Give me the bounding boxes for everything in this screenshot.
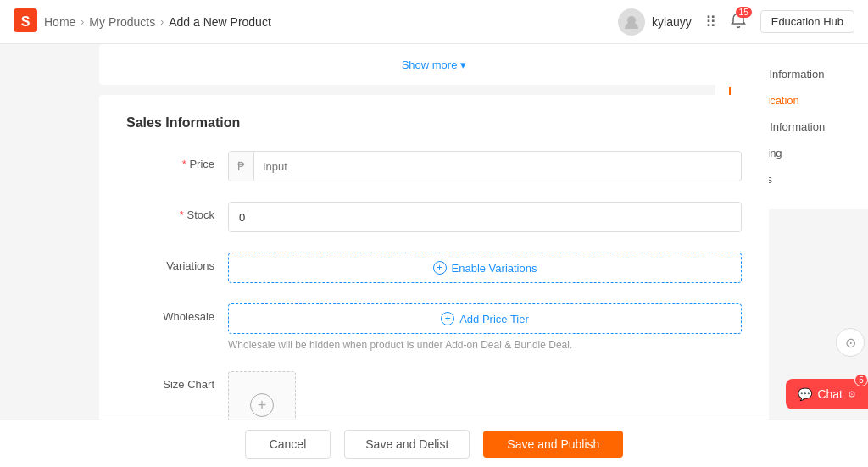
notification-badge: 15 xyxy=(736,7,752,18)
upload-plus-icon: + xyxy=(250,393,274,417)
show-more-link[interactable]: Show more ▾ xyxy=(402,58,467,71)
size-chart-label: Size Chart xyxy=(126,371,228,391)
header: S Home › My Products › Add a New Product… xyxy=(0,0,868,44)
support-icon: ⊙ xyxy=(845,335,856,351)
add-price-tier-button[interactable]: + Add Price Tier xyxy=(228,303,742,334)
notification-bell[interactable]: 15 xyxy=(730,12,747,31)
enable-variations-label: Enable Variations xyxy=(452,262,537,275)
avatar xyxy=(618,8,645,36)
grid-icon[interactable]: ⠿ xyxy=(705,13,716,31)
sales-info-title: Sales Information xyxy=(126,115,742,131)
breadcrumb-sep-2: › xyxy=(160,16,164,28)
stock-row: Stock xyxy=(126,202,742,232)
breadcrumb-products[interactable]: My Products xyxy=(89,15,155,29)
show-more-label: Show more xyxy=(402,58,458,71)
variations-row: Variations + Enable Variations xyxy=(126,253,742,283)
price-input[interactable] xyxy=(254,160,741,173)
breadcrumb-home[interactable]: Home xyxy=(44,15,75,29)
variations-label: Variations xyxy=(126,253,228,272)
price-row: Price ₱ xyxy=(126,151,742,181)
wholesale-row: Wholesale + Add Price Tier Wholesale wil… xyxy=(126,303,742,351)
header-right: kylauyy ⠿ 15 Education Hub xyxy=(618,8,854,36)
chat-badge: 5 xyxy=(854,374,868,386)
price-input-container: ₱ xyxy=(228,151,742,181)
user-info: kylauyy xyxy=(618,8,692,36)
breadcrumb-sep-1: › xyxy=(81,16,84,28)
chat-icon: 💬 xyxy=(798,387,812,401)
enable-variations-button[interactable]: + Enable Variations xyxy=(228,253,742,283)
chevron-down-icon: ▾ xyxy=(460,58,466,71)
add-price-tier-label: Add Price Tier xyxy=(459,313,529,325)
price-prefix: ₱ xyxy=(229,152,254,181)
stock-input-wrap xyxy=(228,202,742,232)
shopee-logo: S xyxy=(14,8,37,35)
cancel-button[interactable]: Cancel xyxy=(245,430,331,459)
plus-circle-icon: + xyxy=(433,261,447,275)
wholesale-control: + Add Price Tier Wholesale will be hidde… xyxy=(228,303,742,351)
sales-info-card: Sales Information Price ₱ Stock xyxy=(99,95,769,467)
price-label: Price xyxy=(126,151,228,170)
stock-label: Stock xyxy=(126,202,228,221)
plus-circle-icon-2: + xyxy=(441,312,454,325)
support-button[interactable]: ⊙ xyxy=(836,328,865,357)
show-more-bar: Show more ▾ xyxy=(99,44,769,85)
education-hub-button[interactable]: Education Hub xyxy=(760,10,854,33)
breadcrumb: Home › My Products › Add a New Product xyxy=(44,15,618,29)
chat-label: Chat xyxy=(817,387,843,401)
stock-input[interactable] xyxy=(228,202,742,232)
variations-control: + Enable Variations xyxy=(228,253,742,283)
save-delist-button[interactable]: Save and Delist xyxy=(344,430,470,459)
wholesale-hint: Wholesale will be hidden when product is… xyxy=(228,339,742,351)
footer-bar: Cancel Save and Delist Save and Publish xyxy=(0,420,868,467)
svg-text:S: S xyxy=(21,14,31,29)
breadcrumb-current: Add a New Product xyxy=(169,15,271,29)
page-wrapper: Show more ▾ Sales Information Price ₱ xyxy=(0,44,868,467)
wholesale-label: Wholesale xyxy=(126,303,228,323)
username-label: kylauyy xyxy=(652,15,692,29)
main-content: Show more ▾ Sales Information Price ₱ xyxy=(82,44,786,467)
save-publish-button[interactable]: Save and Publish xyxy=(483,431,623,458)
price-input-wrap: ₱ xyxy=(228,151,742,181)
chat-settings-icon: ⚙ xyxy=(848,389,856,400)
chat-button[interactable]: 💬 Chat ⚙ 5 xyxy=(786,379,868,409)
